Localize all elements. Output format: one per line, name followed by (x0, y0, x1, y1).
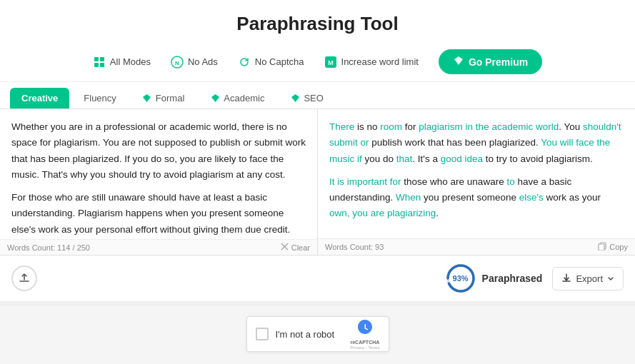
tab-academic[interactable]: Academic (199, 88, 276, 108)
go-premium-label: Go Premium (469, 56, 528, 68)
captcha-text: I'm not a robot (276, 329, 335, 340)
svg-text:N: N (175, 60, 179, 66)
clear-icon (281, 243, 289, 252)
copy-icon (598, 242, 606, 252)
recaptcha-icon (356, 318, 374, 339)
input-footer: Words Count: 114 / 250 Clear (0, 239, 317, 255)
tab-creative-label: Creative (21, 93, 58, 103)
svg-rect-1 (100, 57, 104, 61)
upload-icon (18, 271, 31, 286)
topbar-no-ads[interactable]: N No Ads (171, 56, 218, 69)
tab-formal-label: Formal (156, 93, 184, 103)
upload-button[interactable] (11, 266, 37, 291)
captcha-left: I'm not a robot (256, 328, 335, 340)
paraphrase-area: Paraphrase (0, 358, 635, 364)
topbar-all-modes-label: All Modes (110, 56, 151, 67)
percent-label: 93% (453, 274, 469, 283)
captcha-area: I'm not a robot reCAPTCHA Privacy - Term… (0, 306, 635, 358)
topbar-increase-word-label: Increase word limit (341, 56, 419, 67)
svg-rect-15 (599, 244, 604, 251)
recaptcha-privacy: Privacy - Terms (350, 345, 379, 350)
m-icon: M (324, 56, 337, 69)
recaptcha-label: reCAPTCHA (350, 340, 379, 345)
svg-marker-8 (454, 56, 463, 65)
page-title: Paraphrasing Tool (0, 13, 635, 35)
diamond-formal-icon (142, 93, 152, 103)
svg-rect-3 (100, 63, 104, 67)
tab-creative[interactable]: Creative (10, 88, 69, 108)
topbar-all-modes[interactable]: All Modes (93, 56, 151, 69)
action-bar: 93% Paraphrased Export (0, 256, 635, 302)
svg-marker-11 (291, 94, 299, 102)
tab-academic-label: Academic (224, 93, 264, 103)
right-actions: 93% Paraphrased Export (445, 263, 624, 294)
editor-area: Whether you are in a professional or aca… (0, 109, 635, 256)
bottom-section: I'm not a robot reCAPTCHA Privacy - Term… (0, 302, 635, 364)
captcha-box: I'm not a robot reCAPTCHA Privacy - Term… (246, 316, 389, 352)
diamond-seo-icon (290, 93, 300, 103)
input-word-count: Words Count: 114 / 250 (7, 243, 90, 252)
svg-text:M: M (328, 59, 334, 66)
output-para-1: There is no room for plagiarism in the a… (329, 119, 624, 167)
export-icon (561, 273, 571, 285)
progress-circle: 93% (445, 263, 476, 294)
output-content: There is no room for plagiarism in the a… (318, 109, 635, 255)
export-label: Export (576, 273, 603, 284)
input-pane: Whether you are in a professional or aca… (0, 109, 318, 255)
no-ads-icon: N (171, 56, 184, 69)
output-footer: Words Count: 93 Copy (318, 238, 635, 255)
svg-rect-0 (94, 57, 99, 61)
svg-marker-9 (143, 94, 151, 102)
refresh-icon (238, 56, 251, 69)
copy-label: Copy (609, 243, 628, 251)
topbar-increase-word[interactable]: M Increase word limit (324, 56, 419, 69)
tab-seo[interactable]: SEO (279, 88, 334, 108)
export-chevron-icon (607, 273, 614, 284)
svg-marker-10 (211, 94, 219, 102)
diamond-icon (453, 55, 464, 69)
tab-fluency-label: Fluency (84, 93, 116, 103)
grid-icon (93, 56, 106, 69)
clear-button[interactable]: Clear (281, 243, 310, 252)
topbar-no-ads-label: No Ads (188, 56, 218, 67)
mode-bar: Creative Fluency Formal Academic SEO (0, 82, 635, 109)
topbar-no-captcha-label: No Captcha (255, 56, 304, 67)
go-premium-button[interactable]: Go Premium (439, 49, 542, 74)
clear-label: Clear (291, 243, 310, 252)
captcha-logo: reCAPTCHA Privacy - Terms (350, 318, 379, 350)
captcha-checkbox[interactable] (256, 328, 269, 340)
export-button[interactable]: Export (552, 267, 624, 290)
input-text: Whether you are in a professional or aca… (11, 119, 306, 183)
tab-formal[interactable]: Formal (131, 88, 196, 108)
topbar-no-captcha[interactable]: No Captcha (238, 56, 304, 69)
paraphrased-label: Paraphrased (482, 273, 543, 284)
output-para-2: It is important for those who are unawar… (329, 174, 624, 222)
svg-rect-2 (94, 63, 99, 67)
diamond-academic-icon (210, 93, 220, 103)
output-pane: There is no room for plagiarism in the a… (318, 109, 635, 255)
output-word-count: Words Count: 93 (325, 243, 384, 251)
header: Paraphrasing Tool (0, 0, 635, 44)
copy-button[interactable]: Copy (598, 242, 628, 252)
input-textarea[interactable]: Whether you are in a professional or aca… (0, 109, 317, 255)
tab-fluency[interactable]: Fluency (72, 88, 128, 108)
tab-seo-label: SEO (304, 93, 323, 103)
top-bar: All Modes N No Ads No Captcha (0, 44, 635, 82)
paraphrased-badge: 93% Paraphrased (445, 263, 543, 294)
